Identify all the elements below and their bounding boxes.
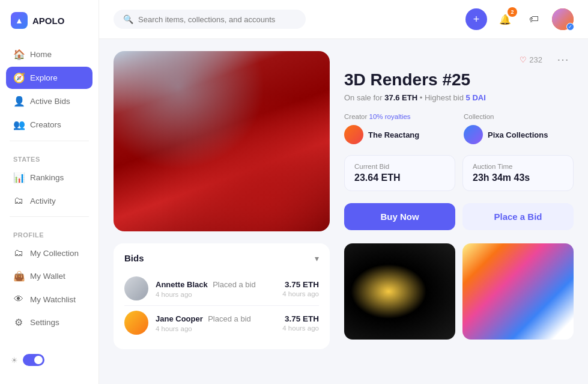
thumbnail-2[interactable] (462, 243, 574, 340)
sidebar-item-my-watchlist[interactable]: 👁 My Watchlist (6, 288, 92, 310)
bid-row: Jane Cooper Placed a bid 4 hours ago 3.7… (124, 306, 319, 340)
nft-title: 3D Renders #25 (344, 70, 574, 90)
bid-action-1: Placed a bid (213, 280, 256, 289)
nft-parties: Creator 10% royalties The Reactang Colle… (344, 113, 574, 144)
states-section-label: States (0, 146, 99, 166)
bids-section: Bids ▾ Annette Black Placed a bid 4 hour… (114, 243, 330, 349)
bid-eth-2: 3.75 ETH (282, 314, 319, 323)
bid-time-2: 4 hours ago (156, 325, 275, 332)
nft-highest-bid: 5 DAI (466, 93, 486, 102)
settings-icon: ⚙ (13, 317, 24, 328)
creator-section: Creator 10% royalties The Reactang (344, 113, 454, 144)
verified-badge: ✓ (566, 23, 574, 31)
bid-amount-1: 3.75 ETH 4 hours ago (282, 280, 319, 297)
sun-icon: ☀ (11, 356, 18, 365)
bids-title: Bids (124, 253, 144, 263)
explore-icon: 🧭 (13, 72, 24, 84)
bullet: • Highest bid (420, 93, 466, 102)
like-count: 232 (529, 55, 542, 64)
main-nav: 🏠 Home 🧭 Explore 👤 Active Bids 👥 Creator… (0, 43, 99, 136)
creators-icon: 👥 (13, 119, 24, 130)
wallet-icon: 👜 (13, 270, 24, 282)
collection-label: Collection (464, 113, 574, 120)
bidder-info-1: Annette Black Placed a bid 4 hours ago (156, 279, 275, 298)
bid-amount-2: 3.75 ETH 4 hours ago (282, 314, 319, 332)
states-nav: 📊 Rankings 🗂 Activity (0, 166, 99, 212)
thumbnail-row (344, 243, 574, 349)
current-bid-label: Current Bid (354, 163, 445, 170)
action-buttons: Buy Now Place a Bid (344, 203, 574, 230)
profile-section-label: Profile (0, 222, 99, 242)
buy-now-button[interactable]: Buy Now (344, 203, 455, 230)
bid-action-2: Placed a bid (208, 314, 251, 323)
creator-name: The Reactang (368, 130, 419, 139)
place-bid-button[interactable]: Place a Bid (462, 203, 574, 230)
notification-wrapper: 🔔 2 (494, 8, 516, 30)
rankings-icon: 📊 (13, 172, 24, 183)
nft-price-eth: 37.6 ETH (384, 93, 417, 102)
search-icon: 🔍 (123, 14, 133, 24)
sidebar-item-label: Creators (30, 120, 61, 129)
sidebar-item-creators[interactable]: 👥 Creators (6, 114, 92, 136)
bottom-grid: Bids ▾ Annette Black Placed a bid 4 hour… (114, 243, 574, 349)
header-actions: + 🔔 2 🏷 ✓ (465, 8, 574, 30)
sidebar-item-label: Rankings (30, 173, 64, 182)
more-options-button[interactable]: ⋯ (552, 51, 574, 68)
main-area: 🔍 + 🔔 2 🏷 ✓ (99, 0, 588, 384)
creator-royalty: 10% royalties (369, 113, 411, 120)
logo[interactable]: ▲ APOLO (0, 12, 99, 43)
bid-time-right-1: 4 hours ago (282, 290, 319, 297)
thumbnail-1[interactable] (344, 243, 455, 340)
creator-label: Creator 10% royalties (344, 113, 454, 120)
sidebar-item-label: Explore (30, 73, 58, 82)
bidder-name-1: Annette Black (156, 280, 208, 289)
sidebar-item-label: My Watchlist (30, 295, 76, 304)
search-input[interactable] (138, 15, 296, 24)
bids-chevron-icon[interactable]: ▾ (315, 254, 319, 263)
sidebar-item-label: My Wallet (30, 272, 65, 281)
like-button[interactable]: ♡ 232 (520, 55, 542, 64)
sidebar-item-my-collection[interactable]: 🗂 My Collection (6, 242, 92, 264)
sidebar-item-active-bids[interactable]: 👤 Active Bids (6, 90, 92, 112)
active-bids-icon: 👤 (13, 96, 24, 107)
theme-toggle-area: ☀ (0, 348, 99, 372)
nft-image-inner (114, 51, 330, 231)
nft-grid: ♡ 232 ⋯ 3D Renders #25 On sale for 37.6 … (114, 51, 574, 231)
nft-image (114, 51, 330, 231)
bidder-name-2: Jane Cooper (156, 314, 203, 323)
collection-name: Pixa Collections (488, 130, 548, 139)
search-bar[interactable]: 🔍 (114, 10, 306, 29)
theme-toggle[interactable] (23, 354, 44, 366)
current-bid-box: Current Bid 23.64 ETH (344, 155, 455, 191)
sidebar-item-explore[interactable]: 🧭 Explore (6, 67, 92, 89)
bidder-avatar-2 (124, 311, 148, 335)
bid-time-1: 4 hours ago (156, 291, 275, 298)
heart-icon: ♡ (520, 55, 527, 64)
collection-icon: 🗂 (13, 248, 24, 258)
collection-info: Pixa Collections (464, 125, 574, 144)
collection-section: Collection Pixa Collections (464, 113, 574, 144)
sidebar-item-my-wallet[interactable]: 👜 My Wallet (6, 265, 92, 287)
bid-eth-1: 3.75 ETH (282, 280, 319, 289)
bid-info-row: Current Bid 23.64 ETH Auction Time 23h 3… (344, 155, 574, 191)
profile-nav: 🗂 My Collection 👜 My Wallet 👁 My Watchli… (0, 242, 99, 334)
nft-subtitle: On sale for 37.6 ETH • Highest bid 5 DAI (344, 93, 574, 102)
bid-row: Annette Black Placed a bid 4 hours ago 3… (124, 272, 319, 306)
notification-badge: 2 (508, 7, 517, 17)
message-button[interactable]: 🏷 (523, 8, 545, 30)
activity-icon: 🗂 (13, 195, 24, 206)
sidebar-item-home[interactable]: 🏠 Home (6, 43, 92, 66)
sidebar-item-rankings[interactable]: 📊 Rankings (6, 166, 92, 189)
sidebar-item-label: My Collection (30, 249, 79, 258)
sidebar-item-settings[interactable]: ⚙ Settings (6, 311, 92, 334)
content-area: ♡ 232 ⋯ 3D Renders #25 On sale for 37.6 … (99, 39, 588, 384)
avatar-wrapper: ✓ (552, 8, 574, 30)
sidebar-item-label: Activity (30, 197, 56, 206)
sidebar-item-label: Settings (30, 318, 59, 327)
logo-text: APOLO (32, 16, 64, 26)
add-button[interactable]: + (465, 8, 487, 30)
creator-info: The Reactang (344, 125, 454, 144)
on-sale-label: On sale for (344, 93, 384, 102)
sidebar-item-activity[interactable]: 🗂 Activity (6, 190, 92, 212)
bid-time-right-2: 4 hours ago (282, 325, 319, 332)
